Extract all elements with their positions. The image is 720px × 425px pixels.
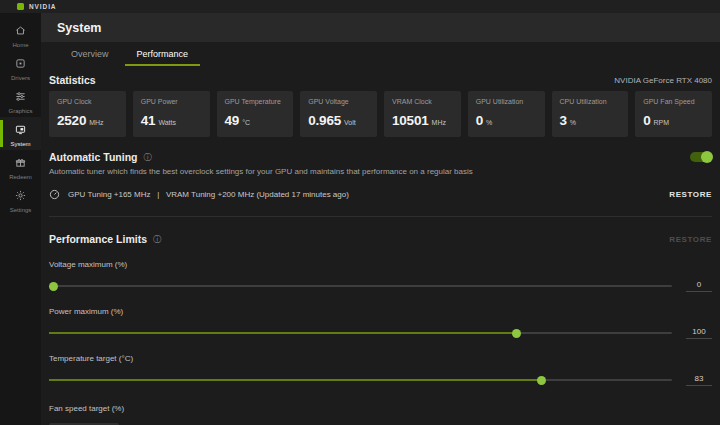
stat-unit: Watts [158, 119, 176, 126]
temperature-target-value[interactable]: 83 [686, 374, 712, 386]
stat-value: 0.965 [308, 113, 341, 128]
sidebar-item-label: Graphics [8, 108, 32, 114]
page-title: System [57, 21, 101, 35]
temperature-target-label: Temperature target (°C) [49, 354, 712, 363]
info-icon[interactable]: ⓘ [153, 234, 161, 245]
stat-label: GPU Voltage [308, 98, 369, 105]
sidebar-item-label: Drivers [11, 75, 30, 81]
stat-label: GPU Clock [57, 98, 118, 105]
stat-card-gpu-clock: GPU Clock 2520MHz [49, 91, 126, 137]
drivers-icon [15, 55, 26, 73]
stat-card-gpu-utilization: GPU Utilization 0% [468, 91, 545, 137]
sidebar-item-drivers[interactable]: Drivers [0, 51, 41, 84]
stat-value: 0 [476, 113, 483, 128]
power-maximum-group: Power maximum (%) 100 [49, 307, 712, 339]
tuning-status-text: GPU Tuning +165 MHz | VRAM Tuning +200 M… [68, 190, 349, 199]
sidebar-item-label: Redeem [9, 174, 32, 180]
automatic-tuning-description: Automatic tuner which finds the best ove… [49, 167, 712, 176]
app-name: NVIDIA [29, 3, 56, 10]
temperature-target-group: Temperature target (°C) 83 [49, 354, 712, 386]
slider-handle[interactable] [512, 329, 521, 338]
stat-card-gpu-temperature: GPU Temperature 49°C [217, 91, 294, 137]
power-maximum-label: Power maximum (%) [49, 307, 712, 316]
tab-bar: Overview Performance [49, 42, 712, 66]
stat-card-vram-clock: VRAM Clock 10501MHz [384, 91, 461, 137]
fan-speed-target-group: Fan speed target (%) Automatic ▾ [49, 404, 712, 425]
tuning-status-row: GPU Tuning +165 MHz | VRAM Tuning +200 M… [49, 189, 712, 200]
home-icon [15, 22, 26, 40]
gauge-icon [49, 189, 60, 200]
stat-unit: RPM [654, 119, 670, 126]
sidebar-item-label: Settings [10, 207, 32, 213]
info-icon[interactable]: ⓘ [143, 152, 151, 163]
graphics-icon [15, 88, 26, 106]
nvidia-logo-icon [17, 3, 24, 10]
stat-unit: % [486, 119, 492, 126]
sidebar: Home Drivers Graphics System Redeem Sett… [0, 13, 41, 425]
tab-performance[interactable]: Performance [123, 45, 203, 66]
stat-unit: Volt [344, 119, 356, 126]
slider-handle[interactable] [537, 376, 546, 385]
stat-unit: % [570, 119, 576, 126]
stat-card-gpu-power: GPU Power 41Watts [133, 91, 210, 137]
tab-overview[interactable]: Overview [57, 45, 123, 66]
performance-limits-section: Performance Limits ⓘ RESTORE Voltage max… [49, 216, 712, 425]
automatic-tuning-toggle[interactable] [690, 152, 712, 162]
slider-handle[interactable] [49, 282, 58, 291]
stat-value: 3 [560, 113, 567, 128]
temperature-target-slider[interactable] [49, 379, 672, 381]
automatic-tuning-title: Automatic Tuning [49, 151, 137, 163]
sidebar-item-label: Home [12, 42, 28, 48]
voltage-maximum-slider[interactable] [49, 285, 672, 287]
stat-value: 41 [141, 113, 156, 128]
stat-label: GPU Utilization [476, 98, 537, 105]
system-icon [15, 121, 26, 139]
power-maximum-slider[interactable] [49, 332, 672, 334]
voltage-maximum-label: Voltage maximum (%) [49, 260, 712, 269]
stat-value: 10501 [392, 113, 429, 128]
stat-card-cpu-utilization: CPU Utilization 3% [552, 91, 629, 137]
stat-unit: °C [242, 119, 250, 126]
performance-limits-title: Performance Limits [49, 233, 147, 245]
stat-label: CPU Utilization [560, 98, 621, 105]
stat-label: VRAM Clock [392, 98, 453, 105]
stat-value: 2520 [57, 113, 86, 128]
sidebar-item-system[interactable]: System [0, 117, 41, 150]
restore-tuning-button[interactable]: RESTORE [669, 190, 712, 199]
main-content: Overview Performance Statistics NVIDIA G… [41, 42, 720, 425]
power-maximum-value[interactable]: 100 [686, 327, 712, 339]
titlebar: NVIDIA [0, 0, 720, 13]
stat-label: GPU Temperature [225, 98, 286, 105]
settings-icon [15, 187, 26, 205]
stat-unit: MHz [432, 119, 446, 126]
voltage-maximum-value[interactable]: 0 [686, 280, 712, 292]
automatic-tuning-section: Automatic Tuning ⓘ Automatic tuner which… [49, 151, 712, 200]
slider-fill [49, 332, 516, 334]
restore-limits-button[interactable]: RESTORE [669, 235, 712, 244]
toggle-knob [701, 151, 713, 163]
stat-card-gpu-voltage: GPU Voltage 0.965Volt [300, 91, 377, 137]
sidebar-item-label: System [10, 141, 30, 147]
stat-value: 0 [643, 113, 650, 128]
slider-fill [49, 379, 541, 381]
statistics-header: Statistics NVIDIA GeForce RTX 4080 [49, 74, 712, 86]
statistics-title: Statistics [49, 74, 96, 86]
stat-value: 49 [225, 113, 240, 128]
sidebar-item-home[interactable]: Home [0, 18, 41, 51]
stat-unit: MHz [89, 119, 103, 126]
voltage-maximum-group: Voltage maximum (%) 0 [49, 260, 712, 292]
gpu-name: NVIDIA GeForce RTX 4080 [614, 76, 712, 85]
redeem-icon [15, 154, 26, 172]
sidebar-item-settings[interactable]: Settings [0, 183, 41, 216]
stat-card-gpu-fan-speed: GPU Fan Speed 0RPM [635, 91, 712, 137]
sidebar-item-graphics[interactable]: Graphics [0, 84, 41, 117]
stat-label: GPU Fan Speed [643, 98, 704, 105]
fan-speed-target-label: Fan speed target (%) [49, 404, 712, 413]
page-header: System [41, 13, 720, 42]
stat-label: GPU Power [141, 98, 202, 105]
statistics-cards: GPU Clock 2520MHz GPU Power 41Watts GPU … [49, 91, 712, 137]
sidebar-item-redeem[interactable]: Redeem [0, 150, 41, 183]
